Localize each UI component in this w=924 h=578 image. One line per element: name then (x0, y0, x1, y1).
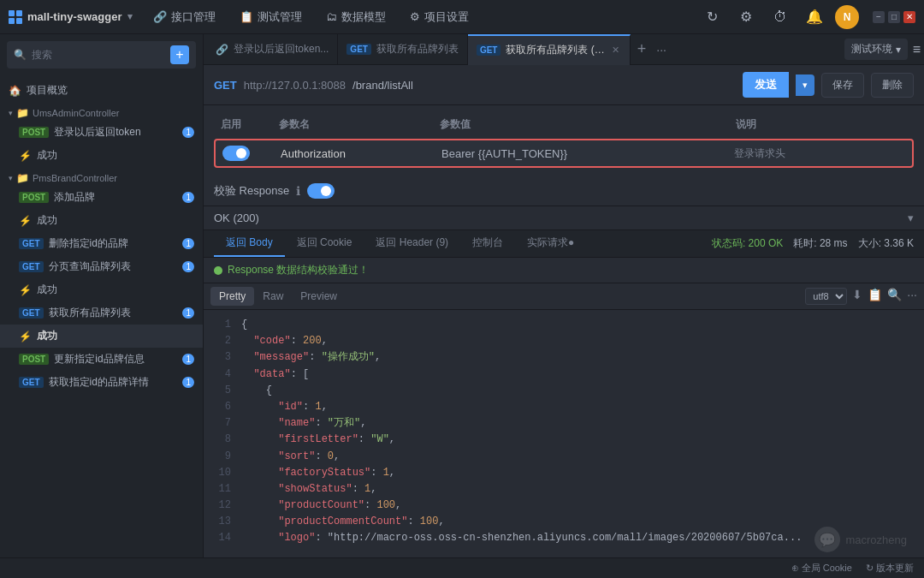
sidebar-item-query-brand[interactable]: GET 分页查询品牌列表 1 (0, 255, 203, 278)
search-bar: 🔍 + (7, 41, 196, 69)
add-request-btn[interactable]: + (170, 45, 189, 64)
tab-close-btn[interactable]: ✕ (610, 45, 621, 56)
line-content: { (241, 383, 272, 399)
send-dropdown-btn[interactable]: ▾ (796, 74, 814, 96)
post-token-label: 登录以后返回token (54, 125, 140, 140)
download-icon[interactable]: ⬇ (852, 288, 862, 305)
add-tab-btn[interactable]: + (634, 40, 650, 58)
ums-group-label: UmsAdminController (33, 108, 119, 118)
app-logo[interactable]: mall-tiny-swagger ▾ (9, 10, 141, 24)
close-btn[interactable]: ✕ (903, 11, 915, 23)
brand-detail-badge: 1 (182, 377, 194, 388)
test-icon: 📋 (240, 10, 253, 23)
interface-icon: 🔗 (153, 10, 167, 23)
success-1-label: 成功 (37, 148, 57, 163)
maximize-btn[interactable]: □ (888, 11, 900, 23)
line-content: "id": 1, (241, 399, 328, 415)
validate-toggle[interactable] (307, 183, 335, 199)
more-icon[interactable]: ··· (907, 288, 917, 305)
param-desc-0: 登录请求头 (734, 146, 905, 161)
code-line: 2 "code": 200, (214, 333, 914, 349)
post-brand-badge: 1 (182, 192, 194, 203)
request-url-base: http://127.0.0.1:8088 (244, 79, 346, 92)
nav-interface[interactable]: 🔗 接口管理 (141, 0, 228, 34)
brand-list-badge: 1 (182, 307, 194, 319)
sidebar-item-brand-list[interactable]: GET 获取所有品牌列表 1 (0, 301, 203, 325)
sidebar-item-post-brand[interactable]: POST 添加品牌 1 (0, 186, 203, 209)
tab-brand-list-1[interactable]: GET 获取所有品牌列表 (338, 34, 468, 65)
brand-list-label: 获取所有品牌列表 (49, 306, 131, 320)
post-brand-label: 添加品牌 (54, 190, 95, 205)
response-tab-header[interactable]: 返回 Header (9) (364, 230, 460, 257)
sidebar-item-post-token[interactable]: POST 登录以后返回token 1 (0, 121, 203, 144)
success-3-label: 成功 (37, 283, 57, 297)
success-active-label: 成功 (37, 329, 57, 343)
app-dropdown-arrow[interactable]: ▾ (127, 11, 133, 22)
code-line: 7 "name": "万和", (214, 415, 914, 432)
tab-menu-btn[interactable]: ≡ (913, 42, 921, 57)
line-number: 5 (214, 383, 231, 399)
response-status: OK (200) (214, 212, 259, 224)
code-line: 9 "sort": 0, (214, 449, 914, 465)
pms-arrow: ▾ (9, 174, 13, 182)
encoding-select[interactable]: utf8 (805, 288, 847, 305)
time-btn[interactable]: ⏱ (767, 3, 794, 31)
response-time: 耗时: 28 ms (793, 236, 847, 251)
sidebar-item-brand-detail[interactable]: GET 获取指定id的品牌详情 1 (0, 371, 203, 394)
format-tab-raw[interactable]: Raw (254, 287, 292, 306)
user-avatar[interactable]: N (835, 5, 859, 29)
response-tab-body[interactable]: 返回 Body (214, 230, 285, 257)
version-update-btn[interactable]: ↻ 版本更新 (866, 562, 914, 575)
preview-label: Preview (300, 290, 337, 302)
request-url-input[interactable] (352, 79, 736, 92)
get-tag-1: GET (19, 238, 44, 249)
response-tab-cookie[interactable]: 返回 Cookie (285, 230, 364, 257)
format-tab-preview[interactable]: Preview (292, 287, 346, 306)
bell-btn[interactable]: 🔔 (801, 3, 828, 31)
nav-data-model[interactable]: 🗂 数据模型 (314, 0, 398, 34)
send-btn[interactable]: 发送 (743, 72, 789, 98)
sidebar-item-success-3[interactable]: ⚡ 成功 (0, 278, 203, 301)
app-name: mall-tiny-swagger (27, 10, 122, 23)
top-nav: 🔗 接口管理 📋 测试管理 🗂 数据模型 ⚙ 项目设置 (141, 0, 698, 34)
global-cookie-btn[interactable]: ⊕ 全局 Cookie (791, 562, 852, 575)
line-content: "sort": 0, (241, 449, 340, 465)
param-toggle[interactable] (222, 146, 250, 161)
tab-login[interactable]: 🔗 登录以后返回token... (207, 34, 338, 65)
nav-test[interactable]: 📋 测试管理 (228, 0, 314, 34)
tab-brand-list-2[interactable]: GET 获取所有品牌列表 (… ✕ (468, 34, 631, 65)
expand-btn[interactable]: ▾ (908, 212, 914, 224)
refresh-btn[interactable]: ↻ (698, 3, 726, 31)
search-response-icon[interactable]: 🔍 (887, 288, 902, 305)
line-number: 3 (214, 349, 231, 366)
copy-icon[interactable]: 📋 (868, 288, 882, 305)
sidebar-item-success-active[interactable]: ⚡ 成功 (0, 325, 203, 348)
data-model-icon: 🗂 (326, 10, 337, 23)
search-input[interactable] (32, 49, 165, 61)
pms-group-label: PmsBrandController (33, 173, 117, 183)
sidebar-item-success-1[interactable]: ⚡ 成功 (0, 144, 203, 167)
environment-selector[interactable]: 测试环境 ▾ (844, 39, 908, 60)
sidebar-item-update-brand[interactable]: POST 更新指定id品牌信息 1 (0, 348, 203, 371)
tab-more-btn[interactable]: ··· (653, 43, 670, 57)
overview-label: 项目概览 (27, 83, 68, 98)
delete-btn[interactable]: 删除 (871, 73, 914, 98)
nav-project-settings[interactable]: ⚙ 项目设置 (398, 0, 481, 34)
delete-brand-badge: 1 (182, 238, 194, 249)
response-tab-actual[interactable]: 实际请求● (515, 230, 586, 257)
sidebar-group-ums[interactable]: ▾ 📁 UmsAdminController (0, 102, 203, 121)
sidebar-group-pms[interactable]: ▾ 📁 PmsBrandController (0, 167, 203, 186)
minimize-btn[interactable]: − (873, 11, 885, 23)
line-content: "firstLetter": "W", (241, 432, 395, 448)
settings-btn[interactable]: ⚙ (732, 3, 760, 31)
sidebar-item-delete-brand[interactable]: GET 删除指定id的品牌 1 (0, 232, 203, 255)
sidebar-item-success-2[interactable]: ⚡ 成功 (0, 209, 203, 232)
sidebar: 🔍 + 🏠 项目概览 ▾ 📁 UmsAdminController POST 登… (0, 34, 204, 557)
sidebar-item-overview[interactable]: 🏠 项目概览 (0, 79, 203, 102)
save-btn[interactable]: 保存 (821, 73, 864, 98)
response-tab-console[interactable]: 控制台 (460, 230, 515, 257)
col-desc: 说明 (736, 117, 907, 132)
tab-login-label: 登录以后返回token... (234, 42, 329, 57)
lightning-icon-3: ⚡ (19, 284, 32, 296)
format-tab-pretty[interactable]: Pretty (210, 287, 254, 306)
